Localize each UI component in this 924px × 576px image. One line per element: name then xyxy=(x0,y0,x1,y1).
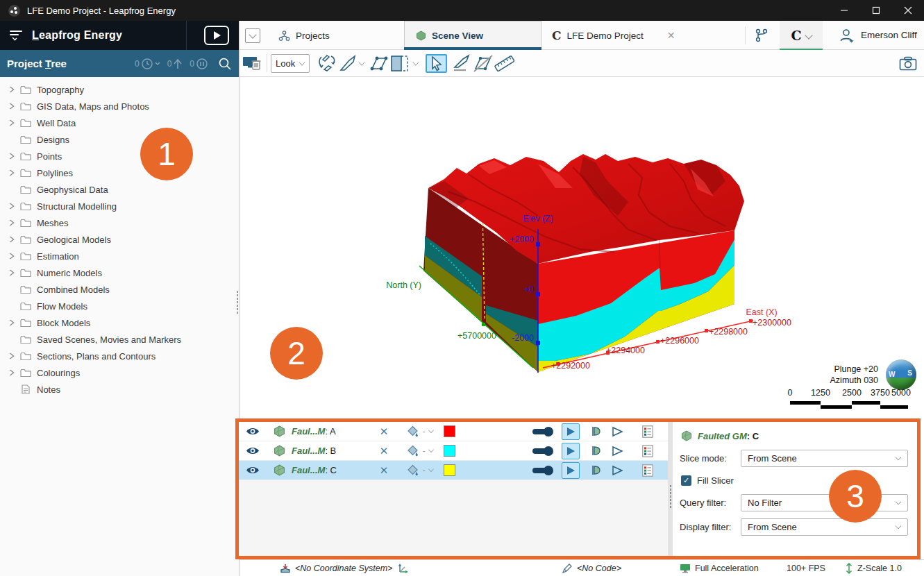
chevron-right-icon[interactable] xyxy=(7,319,17,326)
look-dropdown[interactable]: Look xyxy=(271,54,310,73)
clear-scene-button[interactable] xyxy=(242,54,263,73)
tree-item[interactable]: Designs xyxy=(0,131,239,148)
version-branch-icon[interactable] xyxy=(755,28,768,46)
central-connection-button[interactable]: C xyxy=(780,21,823,49)
chevron-right-icon[interactable] xyxy=(7,86,17,93)
chevron-right-icon[interactable] xyxy=(7,269,17,276)
tree-item[interactable]: Saved Scenes, Movies and Markers xyxy=(0,331,239,348)
visibility-eye-icon[interactable] xyxy=(239,466,267,475)
z-scale-status[interactable]: Z-Scale 1.0 xyxy=(845,560,902,576)
screenshot-camera-button[interactable] xyxy=(899,54,917,73)
select-tool-active[interactable] xyxy=(426,54,447,73)
user-account-button[interactable]: Emerson Cliff xyxy=(838,21,917,49)
slicer-mode-chevron[interactable] xyxy=(359,54,364,73)
tree-item[interactable]: Meshes xyxy=(0,214,239,231)
tree-item[interactable]: Structural Modelling xyxy=(0,198,239,214)
wireframe-button[interactable] xyxy=(607,426,628,437)
colour-swatch[interactable] xyxy=(444,464,455,476)
axes-orientation-icon[interactable] xyxy=(398,560,409,576)
move-plane-tool[interactable] xyxy=(369,54,389,73)
chevron-right-icon[interactable] xyxy=(7,253,17,260)
smooth-shading-button[interactable] xyxy=(555,462,586,479)
tree-item[interactable]: Estimation xyxy=(0,248,239,264)
colour-options[interactable]: - xyxy=(396,464,437,476)
play-button[interactable] xyxy=(204,26,229,45)
colour-options[interactable]: - xyxy=(396,445,437,457)
chevron-right-icon[interactable] xyxy=(7,119,17,126)
minimize-button[interactable] xyxy=(828,0,860,21)
visibility-eye-icon[interactable] xyxy=(239,427,267,436)
remove-from-scene-icon[interactable]: ✕ xyxy=(372,445,396,457)
chevron-right-icon[interactable] xyxy=(7,153,17,160)
code-status[interactable]: <No Code> xyxy=(562,560,621,576)
slice-mode-dropdown[interactable]: From Scene xyxy=(741,450,908,467)
remove-from-scene-icon[interactable]: ✕ xyxy=(372,464,396,477)
tree-item[interactable]: Numeric Models xyxy=(0,264,239,281)
chevron-right-icon[interactable] xyxy=(7,169,17,176)
recent-items-button[interactable]: 0 xyxy=(135,58,160,70)
tree-item[interactable]: Polylines xyxy=(0,164,239,181)
colour-swatch[interactable] xyxy=(444,425,455,437)
paused-tasks-button[interactable]: 0 xyxy=(190,58,208,70)
chevron-right-icon[interactable] xyxy=(7,369,17,376)
visibility-toggle[interactable] xyxy=(530,446,555,456)
chevron-right-icon[interactable] xyxy=(7,219,17,226)
maximize-button[interactable] xyxy=(860,0,892,21)
tab-lfe-demo-project[interactable]: C LFE Demo Project ✕ xyxy=(552,21,675,50)
wireframe-button[interactable] xyxy=(607,465,628,476)
colour-options[interactable]: - xyxy=(396,425,437,437)
chevron-right-icon[interactable] xyxy=(7,353,17,359)
tab-scene-view[interactable]: Scene View xyxy=(404,21,541,50)
query-filter-dropdown[interactable]: No Filter xyxy=(741,494,908,511)
tree-item[interactable]: Combined Models xyxy=(0,281,239,298)
tree-item[interactable]: GIS Data, Maps and Photos xyxy=(0,98,239,115)
flat-shading-button[interactable] xyxy=(586,464,607,476)
tree-item[interactable]: Geophysical Data xyxy=(0,181,239,198)
visibility-toggle[interactable] xyxy=(530,427,555,437)
fill-slicer-checkbox[interactable]: ✓ xyxy=(681,475,691,486)
flat-shading-button[interactable] xyxy=(586,425,607,437)
tree-item[interactable]: Points xyxy=(0,148,239,164)
smooth-shading-button[interactable] xyxy=(555,423,586,440)
chevron-right-icon[interactable] xyxy=(7,203,17,210)
flat-shading-button[interactable] xyxy=(586,445,607,457)
tree-item[interactable]: Block Models xyxy=(0,314,239,331)
close-tab-icon[interactable]: ✕ xyxy=(667,30,675,41)
shape-list-row[interactable]: Faul...M: A ✕ - xyxy=(239,422,668,441)
tree-item[interactable]: Notes xyxy=(0,381,239,398)
legend-icon[interactable] xyxy=(628,425,668,438)
wireframe-button[interactable] xyxy=(607,446,628,457)
slicer-box-chevron[interactable] xyxy=(413,54,419,73)
smooth-shading-button[interactable] xyxy=(555,443,586,459)
tree-item[interactable]: Well Data xyxy=(0,115,239,131)
tree-item[interactable]: Flow Models xyxy=(0,298,239,314)
visibility-toggle[interactable] xyxy=(530,466,555,475)
acceleration-status[interactable]: Full Acceleration xyxy=(680,560,759,576)
legend-icon[interactable] xyxy=(628,445,668,457)
visibility-eye-icon[interactable] xyxy=(239,446,267,455)
plane-angle-tool[interactable] xyxy=(472,54,494,73)
scene-viewport[interactable]: Elev (Z)+2000+0-2000North (Y)+5700000Eas… xyxy=(240,77,924,418)
shape-list-splitter[interactable] xyxy=(668,422,673,556)
shape-list-row[interactable]: Faul...M: B ✕ - xyxy=(239,441,668,461)
rotate-slicer-tool[interactable] xyxy=(317,54,338,73)
slicer-box-tool[interactable] xyxy=(389,54,410,73)
panel-splitter[interactable] xyxy=(236,290,239,314)
draw-line-tool[interactable] xyxy=(452,54,471,73)
legend-icon[interactable] xyxy=(628,464,668,477)
remove-from-scene-icon[interactable]: ✕ xyxy=(372,425,396,438)
processing-tasks-button[interactable]: 0 xyxy=(167,58,183,69)
shape-list-row[interactable]: Faul...M: C ✕ - xyxy=(239,461,668,480)
tab-projects[interactable]: Projects xyxy=(278,21,330,50)
close-button[interactable] xyxy=(892,0,924,21)
collapse-tabs-button[interactable] xyxy=(245,28,260,43)
chevron-right-icon[interactable] xyxy=(7,236,17,243)
coordinate-system-status[interactable]: <No Coordinate System> xyxy=(280,560,392,576)
main-menu-icon[interactable] xyxy=(10,30,24,41)
tree-item[interactable]: Colourings xyxy=(0,364,239,381)
tree-item[interactable]: Geological Models xyxy=(0,231,239,248)
search-button[interactable] xyxy=(218,57,232,71)
display-filter-dropdown[interactable]: From Scene xyxy=(741,518,908,536)
ruler-tool[interactable] xyxy=(494,54,516,73)
compass-ball[interactable]: WS xyxy=(886,359,916,390)
